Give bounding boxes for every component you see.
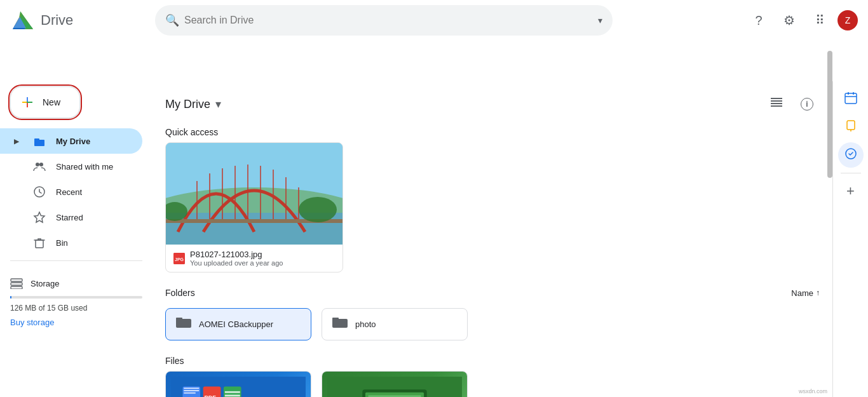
- storage-bar-fill: [10, 296, 11, 299]
- svg-rect-24: [11, 279, 22, 281]
- shared-icon: [33, 160, 46, 173]
- svg-rect-14: [27, 103, 28, 107]
- file-info-text: P81027-121003.jpg You uploaded over a ye…: [190, 250, 283, 267]
- help-button[interactable]: ?: [746, 8, 771, 33]
- svg-rect-13: [27, 97, 28, 102]
- storage-bar-bg: [10, 296, 142, 299]
- storage-label: Storage: [31, 279, 60, 288]
- info-button[interactable]: i: [794, 91, 820, 117]
- svg-rect-23: [36, 240, 43, 248]
- tasks-button[interactable]: [838, 142, 864, 168]
- svg-rect-56: [184, 393, 195, 394]
- svg-rect-49: [176, 318, 182, 320]
- my-drive-icon: [33, 135, 46, 147]
- svg-rect-26: [11, 286, 22, 289]
- buy-storage-link[interactable]: Buy storage: [10, 318, 142, 327]
- svg-rect-27: [771, 98, 782, 99]
- folders-grid: AOMEI CBackupper photo: [165, 308, 820, 340]
- drive-logo-icon: [10, 8, 36, 33]
- info-icon: i: [801, 98, 813, 111]
- title-dropdown-icon[interactable]: ▾: [215, 97, 221, 111]
- svg-rect-77: [853, 92, 854, 95]
- svg-rect-25: [11, 283, 22, 285]
- sort-control[interactable]: Name ↑: [791, 288, 820, 298]
- files-section: Files PDF: [165, 340, 820, 397]
- svg-rect-55: [184, 390, 199, 391]
- svg-rect-60: [225, 391, 240, 393]
- logo-text: Drive: [41, 12, 73, 29]
- svg-rect-48: [176, 319, 191, 328]
- spacer: [10, 160, 23, 173]
- help-icon: ?: [755, 13, 762, 28]
- sidebar-item-starred[interactable]: Starred: [0, 205, 142, 230]
- svg-rect-76: [848, 92, 849, 95]
- search-dropdown-icon[interactable]: ▾: [598, 15, 602, 25]
- file-thumbnail: [166, 143, 342, 245]
- search-input[interactable]: [184, 15, 593, 26]
- sidebar-item-my-drive[interactable]: ▶ My Drive: [0, 128, 142, 154]
- svg-point-20: [39, 163, 43, 166]
- quick-access-card[interactable]: JPG P81027-121003.jpg You uploaded over …: [165, 142, 343, 273]
- svg-rect-29: [771, 103, 782, 104]
- title-text: My Drive: [165, 98, 210, 111]
- storage-section: Storage 126 MB of 15 GB used Buy storage: [0, 266, 153, 332]
- my-drive-title: My Drive ▾: [165, 97, 221, 111]
- file-card-1[interactable]: PDF Store safely Any file you want to Sa…: [165, 371, 311, 397]
- list-view-icon: [771, 97, 782, 112]
- quick-access-info: JPG P81027-121003.jpg You uploaded over …: [166, 245, 342, 272]
- svg-rect-30: [771, 105, 782, 107]
- list-view-button[interactable]: [764, 91, 789, 117]
- bin-icon: [33, 236, 46, 249]
- svg-rect-51: [332, 318, 339, 320]
- storage-icon: [10, 276, 23, 291]
- starred-label: Starred: [56, 213, 83, 222]
- recent-label: Recent: [56, 187, 82, 197]
- file-subtitle: You uploaded over a year ago: [190, 259, 283, 267]
- file-name: P81027-121003.jpg: [190, 250, 283, 259]
- tasks-icon: [844, 147, 857, 163]
- calendar-button[interactable]: [838, 86, 864, 112]
- sort-label-text: Name: [791, 288, 813, 298]
- folder-icon-2: [332, 316, 348, 332]
- folder-name-aomei: AOMEI CBackupper: [199, 320, 273, 329]
- svg-rect-61: [225, 394, 240, 396]
- svg-rect-28: [771, 100, 782, 102]
- grid-icon: ⠿: [815, 13, 825, 28]
- folder-card-aomei[interactable]: AOMEI CBackupper: [165, 308, 311, 340]
- folders-header: Folders Name ↑: [165, 273, 820, 308]
- header: Drive 🔍 ▾ ? ⚙ ⠿ Z: [0, 0, 868, 41]
- add-app-button[interactable]: +: [838, 178, 864, 204]
- quick-access-title: Quick access: [165, 122, 820, 142]
- sidebar-divider: [10, 260, 142, 261]
- svg-point-44: [299, 197, 337, 222]
- my-drive-label: My Drive: [56, 137, 90, 146]
- shared-label: Shared with me: [56, 162, 113, 172]
- sidebar-item-bin[interactable]: Bin: [0, 230, 142, 255]
- svg-rect-18: [34, 138, 39, 140]
- right-sidebar-divider: [841, 173, 861, 173]
- jpg-file-icon: JPG: [173, 253, 185, 264]
- file-thumbnail-1: PDF Store safely Any file you want to Sa…: [166, 372, 311, 397]
- sidebar-item-recent[interactable]: Recent: [0, 179, 142, 205]
- folders-section: Folders Name ↑ AOMEI CBackupper: [165, 273, 820, 340]
- gear-icon: ⚙: [783, 13, 795, 28]
- avatar[interactable]: Z: [837, 10, 858, 30]
- watermark: wsxdn.com: [799, 388, 827, 394]
- folder-name-photo: photo: [355, 320, 376, 329]
- apps-button[interactable]: ⠿: [807, 8, 832, 33]
- sidebar: New ▶ My Drive Shared with me Recent: [0, 81, 153, 397]
- new-button[interactable]: New: [10, 86, 80, 118]
- folder-card-photo[interactable]: photo: [322, 308, 468, 340]
- svg-rect-78: [847, 121, 855, 130]
- star-icon: [33, 211, 46, 224]
- search-bar[interactable]: 🔍 ▾: [155, 5, 613, 36]
- svg-text:JPG: JPG: [175, 257, 184, 262]
- keep-button[interactable]: [838, 114, 864, 140]
- sidebar-item-shared[interactable]: Shared with me: [0, 154, 142, 179]
- keep-icon: [844, 119, 857, 135]
- sort-up-icon: ↑: [816, 288, 820, 297]
- files-grid: PDF Store safely Any file you want to Sa…: [165, 371, 820, 397]
- file-thumbnail-2: Sync seamlessly Get files from your Mac …: [322, 372, 467, 397]
- settings-button[interactable]: ⚙: [776, 8, 802, 33]
- file-card-2[interactable]: Sync seamlessly Get files from your Mac …: [322, 371, 468, 397]
